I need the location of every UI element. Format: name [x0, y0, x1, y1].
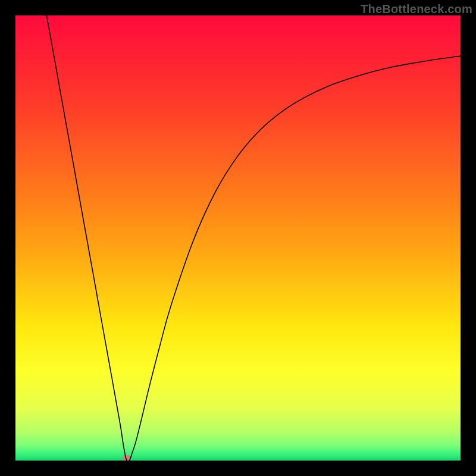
watermark-text: TheBottleneck.com [361, 2, 472, 16]
chart-background [15, 15, 461, 461]
bottleneck-chart [15, 15, 461, 461]
chart-frame: TheBottleneck.com [0, 0, 476, 476]
